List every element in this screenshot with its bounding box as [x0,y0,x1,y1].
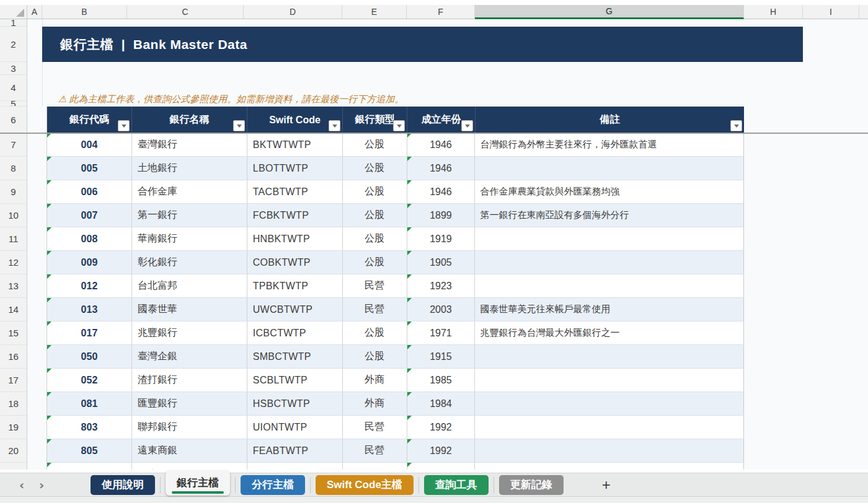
column-header-G[interactable]: G [475,5,744,19]
column-header-D[interactable]: D [244,5,342,19]
bank-code-cell[interactable]: 050 [47,345,132,368]
founded-year-cell[interactable]: 1946 [407,157,476,180]
founded-year-cell[interactable]: 1992 [407,416,476,439]
row-header-12[interactable]: 12 [0,251,27,274]
founded-year-cell[interactable]: 1992 [407,439,476,462]
bank-name-cell[interactable]: 合作金庫 [132,180,247,203]
bank-name-cell[interactable]: 聯邦銀行 [132,416,247,439]
bank-type-cell[interactable]: 民營 [343,463,407,470]
note-cell[interactable]: 台灣銀行為外幣主要往來行，海外匯款首選 [475,133,744,156]
note-cell[interactable] [475,439,744,462]
title-banner-cell[interactable]: 銀行主檔 | Bank Master Data [42,27,803,62]
bank-name-cell[interactable]: 元大銀行 [132,463,247,470]
bank-name-cell[interactable]: 彰化銀行 [132,251,247,274]
bank-code-cell[interactable]: 806 [47,463,132,470]
row-header-10[interactable]: 10 [0,204,27,227]
note-cell[interactable] [475,251,744,274]
note-cell[interactable] [475,345,744,368]
bank-name-cell[interactable]: 第一銀行 [132,204,247,227]
note-cell[interactable]: 合作金庫農業貸款與外匯業務均強 [475,180,744,203]
bank-type-cell[interactable]: 外商 [343,369,407,391]
row-header-13[interactable]: 13 [0,274,27,298]
bank-type-cell[interactable]: 公股 [343,157,407,180]
bank-type-cell[interactable]: 民營 [343,298,407,321]
bank-name-cell[interactable]: 台北富邦 [132,274,247,297]
row-header-6[interactable]: 6 [0,107,27,133]
table-column-header[interactable]: 銀行代碼 [47,107,132,133]
bank-name-cell[interactable]: 兆豐銀行 [132,321,247,344]
note-cell[interactable] [475,463,744,470]
bank-name-cell[interactable]: 臺灣銀行 [132,133,247,156]
swift-code-cell[interactable]: COBKTWTP [247,251,343,274]
row-header-17[interactable]: 17 [0,369,27,392]
bank-type-cell[interactable]: 民營 [343,274,407,297]
bank-code-cell[interactable]: 052 [47,369,132,391]
founded-year-cell[interactable]: 1915 [407,345,476,368]
note-cell[interactable] [475,392,744,415]
filter-button[interactable] [233,120,245,131]
bank-code-cell[interactable]: 805 [47,439,132,462]
table-column-header[interactable]: 銀行名稱 [132,107,247,133]
column-header-F[interactable]: F [407,5,475,19]
table-column-header[interactable]: Swift Code [247,107,343,133]
sheet-tab-銀行主檔[interactable]: 銀行主檔 [166,471,230,496]
bank-code-cell[interactable]: 008 [47,227,132,250]
sheet-nav-next-icon[interactable]: › [36,478,47,492]
bank-type-cell[interactable]: 公股 [343,321,407,344]
bank-type-cell[interactable]: 公股 [343,133,407,156]
bank-name-cell[interactable]: 土地銀行 [132,157,247,180]
sheet-tab-更新記錄[interactable]: 更新記錄 [499,475,564,495]
bank-name-cell[interactable]: 匯豐銀行 [132,392,247,415]
note-cell[interactable] [475,416,744,439]
sheet-tab-分行主檔[interactable]: 分行主檔 [241,475,305,495]
founded-year-cell[interactable]: 1946 [407,133,476,156]
note-cell[interactable] [475,157,744,180]
bank-type-cell[interactable]: 民營 [343,416,407,439]
select-all-corner[interactable] [0,5,27,19]
add-sheet-button[interactable]: + [602,478,611,492]
bank-code-cell[interactable]: 081 [47,392,132,415]
column-header-I[interactable]: I [803,5,859,19]
note-cell[interactable]: 第一銀行在東南亞設有多個海外分行 [475,204,744,227]
founded-year-cell[interactable]: 1946 [407,180,476,203]
table-column-header[interactable]: 備註 [476,107,744,133]
bank-code-cell[interactable]: 012 [47,274,132,297]
swift-code-cell[interactable]: TPBKTWTP [247,274,343,297]
bank-name-cell[interactable]: 國泰世華 [132,298,247,321]
note-cell[interactable] [475,274,744,297]
swift-code-cell[interactable]: FCBKTWTP [247,204,343,227]
column-header-C[interactable]: C [127,5,244,19]
founded-year-cell[interactable]: 1923 [407,274,476,297]
bank-type-cell[interactable]: 公股 [343,251,407,274]
filter-button[interactable] [461,120,473,131]
swift-code-cell[interactable]: SCBLTWTP [247,369,343,391]
bank-name-cell[interactable]: 臺灣企銀 [132,345,247,368]
bank-code-cell[interactable]: 013 [47,298,132,321]
column-header-A[interactable]: A [27,5,42,19]
bank-name-cell[interactable]: 遠東商銀 [132,439,247,462]
founded-year-cell[interactable]: 1899 [407,204,476,227]
bank-code-cell[interactable]: 005 [47,157,132,180]
note-cell[interactable]: 國泰世華美元往來帳戶最常使用 [475,298,744,321]
column-header-E[interactable]: E [342,5,407,19]
row-header-11[interactable]: 11 [0,227,27,251]
swift-code-cell[interactable]: SMBCTWTP [247,345,343,368]
note-cell[interactable]: 兆豐銀行為台灣最大外匯銀行之一 [475,321,744,344]
swift-code-cell[interactable]: UIONTWTP [247,416,343,439]
swift-code-cell[interactable]: YUANTWTP [247,463,343,470]
bank-code-cell[interactable]: 006 [47,180,132,203]
row-header-7[interactable]: 7 [0,133,27,157]
bank-type-cell[interactable]: 公股 [343,227,407,250]
bank-code-cell[interactable]: 004 [47,133,132,156]
row-header-3[interactable]: 3 [0,62,27,75]
bank-code-cell[interactable]: 017 [47,321,132,344]
founded-year-cell[interactable]: 1992 [407,463,476,470]
swift-code-cell[interactable]: LBOTTWTP [247,157,343,180]
swift-code-cell[interactable]: BKTWTWTP [247,133,343,156]
note-cell[interactable] [475,369,744,391]
table-column-header[interactable]: 成立年份 [407,107,476,133]
row-header-4[interactable]: 4 [0,75,27,101]
row-header-15[interactable]: 15 [0,321,27,345]
sheet-tab-Swift Code主檔[interactable]: Swift Code主檔 [316,475,414,495]
filter-button[interactable] [329,120,340,131]
